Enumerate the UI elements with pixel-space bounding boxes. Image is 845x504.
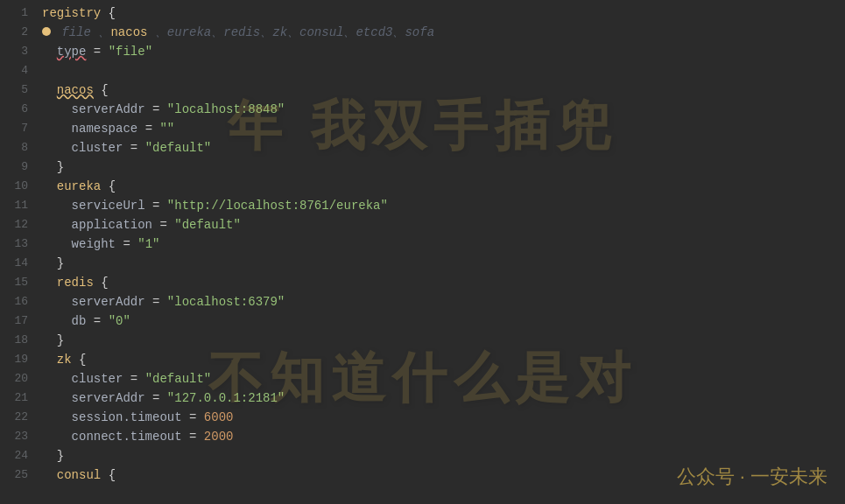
code-area: 1 2 3 4 5 6 7 8 9 10 11 12 13 14 15 16 1…	[0, 0, 845, 504]
ln-1: 1	[11, 4, 28, 23]
kw-nacos: nacos	[57, 80, 94, 100]
close-nacos: }	[42, 158, 64, 177]
close-zk: }	[42, 446, 64, 466]
val-serverAddr-2: "localhost:6379"	[167, 292, 285, 312]
watermark-badge: 公众号 · 一安未来	[677, 464, 827, 490]
brace-eureka: {	[101, 177, 116, 196]
ln-6: 6	[11, 100, 28, 119]
code-line-13: weight = "1"	[42, 234, 845, 254]
close-redis: }	[42, 331, 64, 350]
indent-13	[42, 234, 72, 254]
eq-23: =	[182, 427, 204, 446]
ln-21: 21	[11, 388, 28, 408]
eq-21: =	[145, 388, 167, 408]
eq-17: =	[86, 312, 108, 331]
indent-22	[42, 408, 72, 427]
ln-11: 11	[11, 196, 28, 215]
code-line-3: type = "file"	[42, 42, 845, 61]
bullet-icon	[42, 27, 51, 36]
ln-14: 14	[11, 254, 28, 273]
code-line-2: file 、nacos 、eureka、redis、zk、consul、etcd…	[42, 23, 845, 42]
code-line-24: }	[42, 446, 845, 466]
val-namespace: ""	[159, 119, 174, 138]
kw-consul: consul	[57, 466, 101, 485]
kw-redis: redis	[57, 273, 94, 292]
val-serviceUrl: "http://localhost:8761/eureka"	[167, 196, 388, 215]
kw-db: db	[72, 312, 87, 331]
ln-22: 22	[11, 408, 28, 427]
code-editor: 1 2 3 4 5 6 7 8 9 10 11 12 13 14 15 16 1…	[0, 0, 845, 504]
indent-15	[42, 273, 57, 292]
val-session-timeout: 6000	[204, 408, 234, 427]
code-line-15: redis {	[42, 273, 845, 292]
code-line-21: serverAddr = "127.0.0.1:2181"	[42, 388, 845, 408]
eq-3: =	[86, 42, 108, 61]
ln-17: 17	[11, 312, 28, 331]
kw-cluster-1: cluster	[72, 138, 123, 158]
ln-8: 8	[11, 138, 28, 158]
val-db: "0"	[109, 312, 130, 331]
indent-7	[42, 119, 72, 138]
kw-connect-timeout: connect.timeout	[72, 427, 182, 446]
code-line-1: registry {	[42, 4, 845, 23]
val-file: "file"	[109, 42, 152, 61]
kw-session-timeout: session.timeout	[72, 408, 182, 427]
code-lines: registry { file 、nacos 、eureka、redis、zk、…	[37, 4, 845, 500]
val-cluster-2: "default"	[145, 369, 212, 388]
indent-11	[42, 196, 72, 215]
ln-15: 15	[11, 273, 28, 292]
code-line-7: namespace = ""	[42, 119, 845, 138]
eq-6: =	[145, 100, 167, 119]
code-line-8: cluster = "default"	[42, 138, 845, 158]
ln-7: 7	[11, 119, 28, 138]
kw-serverAddr-3: serverAddr	[72, 388, 145, 408]
code-line-9: }	[42, 158, 845, 177]
ln-4: 4	[11, 61, 28, 80]
indent-20	[42, 369, 72, 388]
ln-16: 16	[11, 292, 28, 312]
ln-18: 18	[11, 331, 28, 350]
code-line-4	[42, 61, 845, 80]
val-application: "default"	[174, 215, 241, 234]
eq-20: =	[123, 369, 144, 388]
eq-12: =	[152, 215, 174, 234]
kw-application: application	[72, 215, 152, 234]
indent-8	[42, 138, 72, 158]
val-serverAddr-3: "127.0.0.1:2181"	[167, 388, 285, 408]
indent-23	[42, 427, 72, 446]
indent-6	[42, 100, 72, 119]
brace-redis: {	[94, 273, 109, 292]
code-line-18: }	[42, 331, 845, 350]
indent-19	[42, 350, 57, 369]
eq-16: =	[145, 292, 167, 312]
comment-bullet: file 、nacos 、eureka、redis、zk、consul、etcd…	[42, 23, 434, 42]
code-line-20: cluster = "default"	[42, 369, 845, 388]
val-weight: "1"	[137, 234, 159, 254]
eq-7: =	[137, 119, 159, 138]
ln-20: 20	[11, 369, 28, 388]
kw-weight: weight	[72, 234, 116, 254]
indent-25	[42, 466, 57, 485]
brace-open-1: {	[101, 4, 116, 23]
kw-registry: registry	[42, 4, 101, 23]
code-line-11: serviceUrl = "http://localhost:8761/eure…	[42, 196, 845, 215]
indent-10	[42, 177, 57, 196]
line-numbers: 1 2 3 4 5 6 7 8 9 10 11 12 13 14 15 16 1…	[0, 4, 37, 500]
ln-19: 19	[11, 350, 28, 369]
ln-13: 13	[11, 234, 28, 254]
indent-17	[42, 312, 72, 331]
ln-3: 3	[11, 42, 28, 61]
code-line-19: zk {	[42, 350, 845, 369]
brace-nacos: {	[94, 80, 109, 100]
code-line-5: nacos {	[42, 80, 845, 100]
ln-10: 10	[11, 177, 28, 196]
brace-consul: {	[101, 466, 116, 485]
brace-zk: {	[72, 350, 87, 369]
ln-12: 12	[11, 215, 28, 234]
ln-2: 2	[11, 23, 28, 42]
kw-namespace: namespace	[72, 119, 138, 138]
code-line-6: serverAddr = "localhost:8848"	[42, 100, 845, 119]
eq-11: =	[145, 196, 167, 215]
kw-serverAddr-2: serverAddr	[72, 292, 145, 312]
indent-21	[42, 388, 72, 408]
